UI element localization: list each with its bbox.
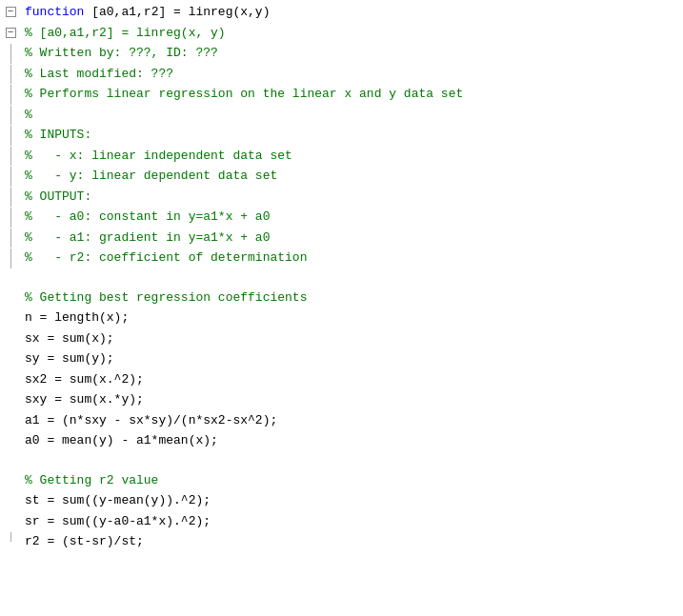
table-row: % Performs linear regression on the line… (0, 84, 683, 105)
table-row: % Getting best regression coefficients (0, 288, 683, 308)
comment-token: % OUTPUT: (25, 189, 91, 204)
code-token: sr = sum((y-a0-a1*x).^2); (25, 514, 211, 528)
line-content: n = length(x); (21, 308, 683, 328)
comment-token: % Last modified: ??? (25, 67, 173, 81)
comment-token: % INPUTS: (25, 128, 91, 142)
line-content: sx2 = sum(x.^2); (21, 369, 683, 390)
line-content (21, 451, 683, 470)
table-row: −% [a0,a1,r2] = linreg(x, y) (0, 23, 683, 44)
line-content: st = sum((y-mean(y)).^2); (21, 490, 683, 511)
table-row: sr = sum((y-a0-a1*x).^2); (0, 511, 683, 532)
table-row: st = sum((y-mean(y)).^2); (0, 490, 683, 511)
comment-token: % - r2: coefficient of determination (25, 250, 307, 265)
line-content: % [a0,a1,r2] = linreg(x, y) (21, 23, 683, 44)
keyword-token: function (25, 5, 91, 19)
fold-bar (10, 65, 11, 85)
table-row: % Written by: ???, ID: ??? (0, 43, 683, 64)
comment-token: % - x: linear independent data set (25, 149, 292, 163)
fold-bar (10, 44, 11, 64)
fold-open-icon[interactable]: − (6, 28, 16, 38)
table-row: sx2 = sum(x.^2); (0, 369, 683, 390)
line-content: % - a0: constant in y=a1*x + a0 (21, 207, 683, 228)
code-token: sx2 = sum(x.^2); (25, 372, 144, 387)
table-row: sy = sum(y); (0, 348, 683, 369)
line-content: % Last modified: ??? (21, 64, 683, 85)
table-row: % - x: linear independent data set (0, 146, 683, 167)
table-row: −function [a0,a1,r2] = linreg(x,y) (0, 2, 683, 23)
table-row (0, 451, 683, 470)
code-token: a1 = (n*sxy - sx*sy)/(n*sx2-sx^2); (25, 413, 277, 427)
fold-bar (10, 248, 11, 268)
line-content (21, 268, 683, 288)
fold-bar (10, 167, 11, 187)
line-content: % Performs linear regression on the line… (21, 84, 683, 105)
fold-bar (10, 208, 11, 228)
line-content: % - a1: gradient in y=a1*x + a0 (21, 228, 683, 248)
code-editor: −function [a0,a1,r2] = linreg(x,y)−% [a0… (0, 0, 683, 616)
fold-bar (10, 229, 11, 248)
line-content: % - y: linear dependent data set (21, 166, 683, 187)
code-token: st = sum((y-mean(y)).^2); (25, 493, 211, 507)
line-content: a0 = mean(y) - a1*mean(x); (21, 430, 683, 451)
table-row: % INPUTS: (0, 125, 683, 146)
table-row: n = length(x); (0, 308, 683, 328)
fold-bar (10, 126, 11, 146)
line-content: sx = sum(x); (21, 328, 683, 349)
line-content: % OUTPUT: (21, 187, 683, 208)
line-content: % Getting r2 value (21, 470, 683, 491)
table-row (0, 268, 683, 288)
line-content: % (21, 105, 683, 126)
line-content: % - x: linear independent data set (21, 146, 683, 167)
line-content: r2 = (st-sr)/st; (21, 531, 683, 552)
fold-bar-end (10, 532, 11, 542)
table-row: % - y: linear dependent data set (0, 166, 683, 187)
code-token: sxy = sum(x.*y); (25, 392, 144, 407)
comment-token: % (25, 108, 32, 122)
fold-bar (10, 147, 11, 167)
code-token: r2 = (st-sr)/st; (25, 534, 144, 548)
table-row: a1 = (n*sxy - sx*sy)/(n*sx2-sx^2); (0, 410, 683, 431)
fold-bar (10, 85, 11, 105)
comment-token: % Getting r2 value (25, 473, 158, 487)
comment-token: % [a0,a1,r2] = linreg(x, y) (25, 26, 226, 40)
comment-token: % - a0: constant in y=a1*x + a0 (25, 209, 270, 224)
fold-bar (10, 106, 11, 126)
code-token: sx = sum(x); (25, 331, 114, 346)
code-token: sy = sum(y); (25, 351, 114, 366)
table-row: % - r2: coefficient of determination (0, 248, 683, 268)
table-row: % - a1: gradient in y=a1*x + a0 (0, 228, 683, 248)
table-row: % Getting r2 value (0, 470, 683, 491)
table-row: r2 = (st-sr)/st; (0, 531, 683, 552)
comment-token: % Getting best regression coefficients (25, 290, 307, 305)
line-content: % Getting best regression coefficients (21, 288, 683, 308)
fold-open-icon[interactable]: − (6, 7, 16, 17)
line-content: sr = sum((y-a0-a1*x).^2); (21, 511, 683, 532)
comment-token: % - a1: gradient in y=a1*x + a0 (25, 230, 270, 245)
table-row: sxy = sum(x.*y); (0, 389, 683, 410)
line-content: a1 = (n*sxy - sx*sy)/(n*sx2-sx^2); (21, 410, 683, 431)
table-row: a0 = mean(y) - a1*mean(x); (0, 430, 683, 451)
table-row: sx = sum(x); (0, 328, 683, 349)
table-row: % Last modified: ??? (0, 64, 683, 85)
code-token: a0 = mean(y) - a1*mean(x); (25, 433, 218, 447)
line-content: sy = sum(y); (21, 348, 683, 369)
comment-token: % Written by: ???, ID: ??? (25, 46, 218, 60)
code-token: [a0,a1,r2] = linreg(x,y) (91, 5, 270, 19)
comment-token: % Performs linear regression on the line… (25, 87, 463, 101)
line-content: function [a0,a1,r2] = linreg(x,y) (21, 2, 683, 23)
line-content: sxy = sum(x.*y); (21, 389, 683, 410)
line-content: % Written by: ???, ID: ??? (21, 43, 683, 64)
line-content: % - r2: coefficient of determination (21, 248, 683, 268)
table-row: % OUTPUT: (0, 187, 683, 208)
table-row: % - a0: constant in y=a1*x + a0 (0, 207, 683, 228)
line-content: % INPUTS: (21, 125, 683, 146)
code-token: n = length(x); (25, 310, 129, 325)
table-row: % (0, 105, 683, 126)
comment-token: % - y: linear dependent data set (25, 169, 277, 183)
fold-bar (10, 188, 11, 208)
